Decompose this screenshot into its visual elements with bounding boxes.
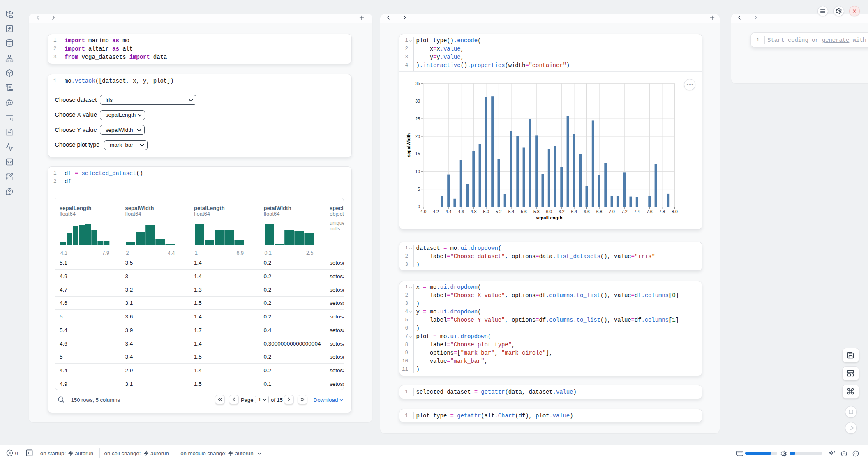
svg-text:4.6: 4.6 — [458, 209, 464, 214]
svg-text:35: 35 — [415, 81, 420, 86]
svg-text:5: 5 — [418, 187, 420, 191]
svg-text:7.0: 7.0 — [609, 209, 615, 214]
svg-text:4.2: 4.2 — [433, 209, 439, 214]
svg-text:5.0: 5.0 — [483, 209, 489, 214]
svg-text:5.4: 5.4 — [508, 209, 515, 214]
svg-text:8.0: 8.0 — [672, 209, 678, 214]
svg-text:25: 25 — [415, 116, 420, 121]
svg-text:0: 0 — [418, 204, 420, 209]
svg-text:sepalLength: sepalLength — [536, 215, 563, 220]
svg-text:7.2: 7.2 — [621, 209, 628, 214]
svg-text:sepalWidth: sepalWidth — [406, 133, 411, 157]
svg-text:4.8: 4.8 — [471, 209, 477, 214]
svg-text:7.6: 7.6 — [646, 209, 653, 214]
svg-text:30: 30 — [415, 99, 420, 104]
svg-text:6.6: 6.6 — [584, 209, 590, 214]
svg-text:6.8: 6.8 — [596, 209, 603, 214]
svg-text:20: 20 — [415, 134, 420, 139]
svg-text:7.8: 7.8 — [659, 209, 665, 214]
svg-text:6.4: 6.4 — [571, 209, 577, 214]
svg-text:5.2: 5.2 — [496, 209, 502, 214]
svg-text:5.8: 5.8 — [533, 209, 540, 214]
svg-text:10: 10 — [415, 169, 420, 174]
svg-text:6.2: 6.2 — [559, 209, 565, 214]
svg-text:6.0: 6.0 — [546, 209, 552, 214]
svg-text:7.4: 7.4 — [634, 209, 640, 214]
svg-text:15: 15 — [415, 151, 420, 156]
svg-text:4.0: 4.0 — [420, 209, 427, 214]
svg-text:4.4: 4.4 — [446, 209, 452, 214]
svg-text:5.6: 5.6 — [521, 209, 527, 214]
